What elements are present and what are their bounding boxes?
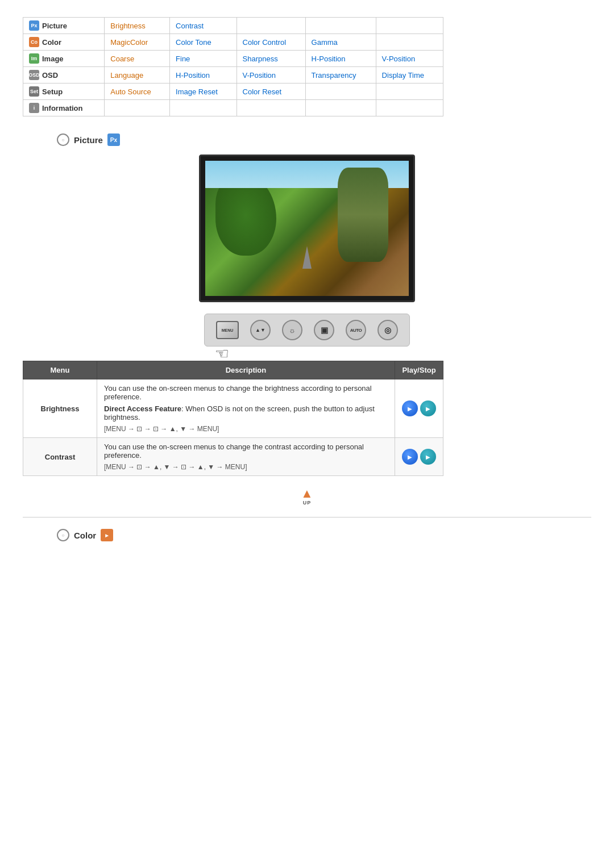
playstop-cell: ▶▶ (395, 438, 443, 476)
nav-item-empty (376, 18, 443, 34)
feature-desc-contrast: You can use the on-screen menus to chang… (97, 438, 395, 476)
nav-item-Color Reset[interactable]: Color Reset (237, 84, 305, 100)
menu-path: [MENU → ⊡ → ▲, ▼ → ⊡ → ▲, ▼ → MENU] (104, 463, 388, 471)
nav-item-H-Position[interactable]: H-Position (170, 67, 237, 84)
picture-section-header: ○ Picture Px (57, 133, 591, 146)
nav-item-Gamma[interactable]: Gamma (305, 34, 376, 51)
nav-item-empty (376, 34, 443, 51)
nav-item-MagicColor[interactable]: MagicColor (105, 34, 170, 51)
play-button[interactable]: ▶ (402, 449, 418, 465)
feature-table: Menu Description Play/Stop BrightnessYou… (23, 361, 443, 476)
nav-menu-information[interactable]: iInformation (23, 100, 105, 116)
power-button[interactable]: ◎ (377, 320, 398, 340)
nav-item-V-Position[interactable]: V-Position (237, 67, 305, 84)
feature-menu-contrast: Contrast (23, 438, 97, 476)
up-button-container: ▲ UP (23, 487, 591, 506)
menu-path: [MENU → ⊡ → ⊡ → ▲, ▼ → MENU] (104, 425, 388, 433)
color-section-header: ○ Color ► (57, 529, 591, 541)
nav-item-empty (105, 100, 170, 116)
nav-menu-color[interactable]: CoColor (23, 34, 105, 51)
nav-item-Language[interactable]: Language (105, 67, 170, 84)
feature-desc-brightness: You can use the on-screen menus to chang… (97, 379, 395, 438)
color-icon: ► (101, 529, 113, 541)
col-header-playstop: Play/Stop (395, 361, 443, 379)
play-button[interactable]: ▶ (402, 400, 418, 416)
section-divider (23, 517, 591, 518)
auto-button[interactable]: AUTO (346, 320, 366, 340)
color-section-label: Color (74, 531, 96, 540)
monitor-screen (205, 161, 409, 296)
direct-access-label: Direct Access Feature (104, 404, 181, 413)
nav-item-V-Position[interactable]: V-Position (376, 51, 443, 67)
menu-button[interactable]: MENU (216, 321, 239, 339)
up-button[interactable]: ▲ UP (301, 487, 313, 506)
nav-item-empty (376, 84, 443, 100)
nav-menu-picture[interactable]: PxPicture (23, 18, 105, 34)
col-header-menu: Menu (23, 361, 97, 379)
brightness-button[interactable]: ☼ (282, 320, 302, 340)
nav-item-empty (237, 18, 305, 34)
stop-button[interactable]: ▶ (420, 400, 436, 416)
nav-item-empty (237, 100, 305, 116)
nav-item-empty (170, 100, 237, 116)
up-label: UP (303, 500, 312, 506)
nav-menu-setup[interactable]: SetSetup (23, 84, 105, 100)
hand-pointer-icon: ☞ (215, 344, 229, 363)
nav-item-Image Reset[interactable]: Image Reset (170, 84, 237, 100)
nav-menu-osd[interactable]: OSDOSD (23, 67, 105, 84)
remote-bar: MENU ▲▼ ☼ ▣ AUTO ◎ ☞ (204, 314, 410, 347)
nav-item-empty (305, 18, 376, 34)
remote-bar-container: MENU ▲▼ ☼ ▣ AUTO ◎ ☞ (23, 314, 591, 347)
nav-item-Fine[interactable]: Fine (170, 51, 237, 67)
nav-item-Coarse[interactable]: Coarse (105, 51, 170, 67)
nav-item-Sharpness[interactable]: Sharpness (237, 51, 305, 67)
up-down-button[interactable]: ▲▼ (250, 320, 271, 340)
nav-menu-image[interactable]: ImImage (23, 51, 105, 67)
pagoda-icon (302, 246, 312, 269)
nav-item-empty (305, 84, 376, 100)
col-header-description: Description (97, 361, 395, 379)
up-arrow-icon: ▲ (301, 487, 313, 500)
picture-icon: Px (107, 133, 120, 146)
feature-menu-brightness: Brightness (23, 379, 97, 438)
nav-item-Color Control[interactable]: Color Control (237, 34, 305, 51)
nav-item-Color Tone[interactable]: Color Tone (170, 34, 237, 51)
nav-table: PxPictureBrightnessContrastCoColorMagicC… (23, 17, 443, 116)
circle-bullet-icon-2: ○ (57, 529, 69, 541)
circle-bullet-icon: ○ (57, 133, 69, 146)
nav-item-empty (376, 100, 443, 116)
nav-item-empty (305, 100, 376, 116)
nav-item-Transparency[interactable]: Transparency (305, 67, 376, 84)
picture-section-label: Picture (74, 135, 103, 145)
nav-item-Display Time[interactable]: Display Time (376, 67, 443, 84)
playstop-cell: ▶▶ (395, 379, 443, 438)
nav-item-Contrast[interactable]: Contrast (170, 18, 237, 34)
stop-button[interactable]: ▶ (420, 449, 436, 465)
select-button[interactable]: ▣ (314, 320, 334, 340)
sky-area (205, 161, 409, 188)
nav-item-Brightness[interactable]: Brightness (105, 18, 170, 34)
monitor-display (23, 155, 591, 302)
nav-item-Auto Source[interactable]: Auto Source (105, 84, 170, 100)
nav-item-H-Position[interactable]: H-Position (305, 51, 376, 67)
monitor-frame (199, 155, 415, 302)
